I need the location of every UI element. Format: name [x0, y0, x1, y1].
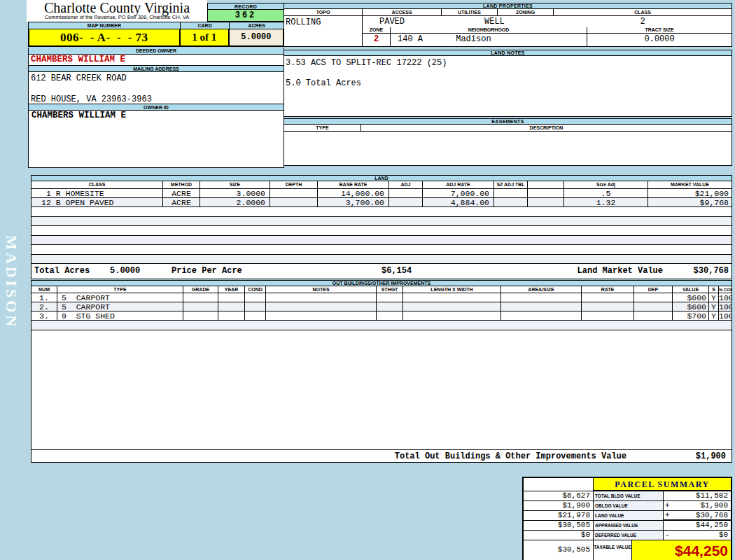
prior-total-bldg-value: $6,627 [524, 491, 594, 501]
county-header: Charlotte County Virginia Commissioner o… [27, 0, 207, 22]
acres-value: 5.0000 [230, 29, 283, 46]
price-per-acre-value: $6,154 [382, 264, 444, 279]
total-acres-label: Total Acres [31, 264, 110, 279]
prior-land-value: $21,978 [524, 511, 594, 521]
appraised-value: $44,250 [672, 521, 731, 530]
land-col-size: SIZE [200, 181, 270, 188]
deeded-owner-label: DEEDED OWNER [29, 48, 284, 55]
op-sign: - [664, 531, 672, 540]
land-market-value-label: Land Market Value [578, 264, 663, 279]
total-acres-value: 5.0000 [110, 264, 172, 279]
zone-label: ZONE [363, 27, 391, 33]
land-totals-row: Total Acres 5.0000 Price Per Acre $6,154… [31, 264, 732, 279]
owner-section: DEEDED OWNER CHAMBERS WILLIAM E MAILING … [28, 48, 284, 168]
land-col-adj: ADJ [389, 181, 423, 188]
ob-col-year: YEAR [218, 286, 245, 293]
map-number-value: 006- - A- - - 73 [29, 29, 181, 46]
easements-section: EASEMENTS TYPE DESCRIPTION [284, 118, 732, 166]
out-buildings-header-row: NUM TYPE GRADE YEAR COND NOTES STHGT LEN… [31, 286, 732, 293]
land-row-1: 1 R HOMESITE ACRE 3.0000 14,000.00 7,000… [31, 189, 732, 198]
prior-appraised-value: $30,505 [524, 521, 594, 531]
out-buildings-title: OUT BUILDINGS/OTHER IMPROVEMENTS [31, 280, 732, 286]
district-watermark: MADISON [2, 235, 20, 329]
land-col-sz-adj-tbl: SZ ADJ TBL [494, 181, 528, 188]
ob-col-pct-comp: % COMP [719, 286, 732, 293]
out-building-row-3: 3. 9 STG SHED $700 Y 100% [31, 312, 732, 321]
land-empty-row [31, 245, 732, 255]
neighborhood-label: NEIGHBORHOOD [391, 27, 587, 33]
land-market-value: $30,768 [676, 264, 732, 279]
owner-id-label: OWNER ID [29, 104, 284, 111]
appraised-value-label: APPRAISED VALUE [594, 521, 664, 531]
land-empty-row [31, 207, 732, 217]
topo-label: TOPO [284, 9, 362, 16]
easements-empty-area [284, 132, 732, 166]
topo-value: ROLLING [284, 16, 362, 27]
land-col-class: CLASS [31, 181, 163, 188]
record-value: 362 [207, 10, 284, 22]
obldg-value: $1,900 [672, 501, 731, 510]
prior-deferred-value: $0 [524, 531, 594, 540]
ob-col-s: S [709, 286, 719, 293]
tract-size-label: TRACT SIZE [587, 27, 732, 33]
obldg-value-label: OBLDG VALUE [594, 501, 664, 511]
op-sign: + [664, 511, 672, 519]
out-buildings-table: OUT BUILDINGS/OTHER IMPROVEMENTS NUM TYP… [31, 280, 732, 463]
ob-col-value: VALUE [673, 286, 709, 293]
land-col-base-rate: BASE RATE [318, 181, 389, 188]
class-label: CLASS [554, 9, 732, 15]
prior-taxable-value: $30,505 [524, 540, 594, 560]
land-col-market-value: MARKET VALUE [648, 181, 732, 188]
record-label: RECORD [207, 3, 284, 10]
parcel-summary-blank-cell [524, 478, 594, 491]
summary-row-total-bldg: $6,627 TOTAL BLDG VALUE $11,582 [524, 491, 731, 501]
total-bldg-value: $11,582 [672, 491, 731, 500]
address-line-2: RED HOUSE, VA 23963-3963 [31, 94, 284, 104]
land-note-line-1: 3.53 ACS TO SPLIT-REC 17222 (25) [286, 56, 732, 68]
easement-type-label: TYPE [284, 125, 361, 131]
land-col-method: METHOD [163, 181, 200, 188]
county-title: Charlotte County Virginia [27, 1, 207, 15]
zoning-label: ZONING [498, 9, 554, 15]
acres-label: ACRES [230, 22, 284, 29]
card-value: 1 of 1 [181, 29, 230, 46]
land-col-adj-rate: ADJ RATE [423, 181, 494, 188]
summary-row-appraised: $30,505 APPRAISED VALUE $44,250 [524, 521, 731, 531]
class-value: 2 [554, 17, 732, 27]
land-notes-section: LAND NOTES 3.53 ACS TO SPLIT-REC 17222 (… [284, 50, 732, 117]
taxable-value-label: TAXABLE VALUE [594, 540, 632, 560]
map-card-acres-table: MAP NUMBER CARD ACRES 006- - A- - - 73 1… [28, 22, 284, 47]
deeded-owner-value: CHAMBERS WILLIAM E [29, 55, 284, 65]
summary-row-deferred: $0 DEFERRED VALUE -$0 [524, 531, 731, 540]
parcel-summary: PARCEL SUMMARY $6,627 TOTAL BLDG VALUE $… [522, 477, 732, 560]
out-building-row-2: 2. 5 CARPORT $600 Y 100% [31, 302, 732, 312]
land-value: $30,768 [672, 511, 731, 519]
summary-row-land: $21,978 LAND VALUE +$30,768 [524, 511, 731, 521]
land-empty-row [31, 236, 732, 246]
ob-col-rate: RATE [582, 286, 634, 293]
ob-col-area-size: AREA/SIZE [501, 286, 582, 293]
neighborhood-code: 140 A [391, 34, 423, 44]
out-building-empty-row [31, 321, 732, 330]
ob-col-grade: GRADE [183, 286, 218, 293]
summary-row-obldg: $1,900 OBLDG VALUE +$1,900 [524, 501, 731, 511]
record-box: RECORD 362 [207, 3, 284, 22]
neighborhood-value: 140 A Madison [391, 34, 587, 46]
parcel-summary-title: PARCEL SUMMARY [594, 478, 731, 491]
out-buildings-empty-area [31, 330, 732, 449]
owner-id-value: CHAMBERS WILLIAM E [29, 111, 284, 121]
tract-size-value: 0.0000 [587, 34, 732, 46]
land-col-depth: DEPTH [270, 181, 318, 188]
land-col-blank [528, 181, 564, 188]
op-sign: + [664, 501, 672, 510]
access-label: ACCESS [363, 9, 442, 15]
land-properties-title: LAND PROPERTIES [284, 3, 732, 9]
land-notes-title: LAND NOTES [284, 50, 732, 56]
summary-row-taxable: $30,505 TAXABLE VALUE $44,250 [524, 540, 731, 560]
mailing-address-label: MAILING ADDRESS [29, 65, 284, 72]
property-record-card: MADISON Charlotte County Virginia Commis… [0, 0, 735, 560]
land-col-size-adj: Size Adj [564, 181, 648, 188]
land-empty-row [31, 255, 732, 265]
land-header-row: CLASS METHOD SIZE DEPTH BASE RATE ADJ AD… [31, 181, 732, 189]
land-value-label: LAND VALUE [594, 511, 664, 521]
